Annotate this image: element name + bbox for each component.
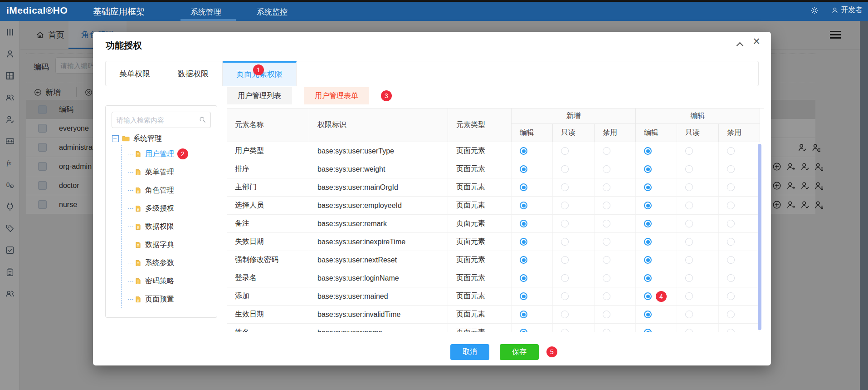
radio-edit-readonly[interactable] <box>685 329 693 332</box>
radio-edit-readonly[interactable] <box>685 256 693 264</box>
radio-add-disabled[interactable] <box>603 165 610 173</box>
permission-row: 生效日期 base:sys:user:invalidTime 页面元素 <box>227 306 760 324</box>
radio-edit-readonly[interactable] <box>685 292 693 300</box>
radio-add-readonly[interactable] <box>561 220 569 227</box>
radio-edit-disabled[interactable] <box>727 292 735 300</box>
element-type: 页面元素 <box>448 287 512 305</box>
tree-item-role-management[interactable]: 角色管理 <box>128 181 188 199</box>
radio-edit-readonly[interactable] <box>685 183 693 191</box>
radio-edit-edit[interactable] <box>644 147 652 155</box>
radio-edit-readonly[interactable] <box>685 238 693 246</box>
radio-add-readonly[interactable] <box>561 147 569 155</box>
radio-edit-disabled[interactable] <box>727 256 735 264</box>
radio-add-edit[interactable] <box>520 329 527 332</box>
radio-add-readonly[interactable] <box>561 329 569 332</box>
tree-root-node[interactable]: 系统管理 <box>112 134 162 143</box>
collapse-chevron-icon[interactable] <box>737 42 743 48</box>
radio-add-disabled[interactable] <box>603 183 610 191</box>
cancel-button[interactable]: 取消 <box>450 344 489 360</box>
tree-item-menu-management[interactable]: 菜单管理 <box>128 163 188 181</box>
close-icon[interactable]: × <box>753 35 760 48</box>
radio-edit-disabled[interactable] <box>727 202 735 209</box>
radio-add-edit[interactable] <box>520 292 527 300</box>
radio-edit-disabled[interactable] <box>727 165 735 173</box>
radio-edit-edit[interactable] <box>644 238 652 246</box>
radio-edit-disabled[interactable] <box>727 311 735 318</box>
radio-add-disabled[interactable] <box>603 274 610 282</box>
tree-collapse-toggle-icon[interactable] <box>112 135 119 142</box>
radio-edit-disabled[interactable] <box>727 329 735 332</box>
annotation-badge-4: 4 <box>656 291 667 302</box>
user-menu[interactable]: 开发者 <box>831 5 863 15</box>
radio-edit-disabled[interactable] <box>727 183 735 191</box>
radio-edit-readonly[interactable] <box>685 220 693 227</box>
top-black-strip <box>0 0 868 2</box>
tree-item-page-preset[interactable]: 页面预置 <box>128 290 188 308</box>
tree-item-password-policy[interactable]: 密码策略 <box>128 272 188 290</box>
radio-edit-readonly[interactable] <box>685 165 693 173</box>
radio-edit-edit[interactable] <box>644 256 652 264</box>
permission-row: 选择人员 base:sys:user:employeeId 页面元素 <box>227 197 760 215</box>
tree-item-system-parameters[interactable]: 系统参数 <box>128 254 188 272</box>
radio-add-readonly[interactable] <box>561 274 569 282</box>
radio-edit-readonly[interactable] <box>685 147 693 155</box>
nav-item-system-monitor[interactable]: 系统监控 <box>257 7 288 17</box>
radio-add-readonly[interactable] <box>561 238 569 246</box>
subcol-add-edit: 编辑 <box>512 124 553 142</box>
radio-edit-readonly[interactable] <box>685 202 693 209</box>
radio-edit-edit[interactable] <box>644 311 652 318</box>
element-type: 页面元素 <box>448 324 512 332</box>
radio-add-readonly[interactable] <box>561 256 569 264</box>
table-vertical-scrollbar[interactable] <box>758 144 761 330</box>
radio-edit-disabled[interactable] <box>727 274 735 282</box>
subtab-user-form[interactable]: 用户管理表单 <box>304 87 369 104</box>
radio-add-disabled[interactable] <box>603 292 610 300</box>
radio-add-readonly[interactable] <box>561 292 569 300</box>
radio-edit-edit[interactable] <box>644 292 652 300</box>
tree-search-input[interactable] <box>112 112 211 128</box>
radio-add-readonly[interactable] <box>561 165 569 173</box>
radio-add-readonly[interactable] <box>561 202 569 209</box>
subtab-user-list[interactable]: 用户管理列表 <box>227 87 292 104</box>
radio-add-edit[interactable] <box>520 220 527 227</box>
radio-edit-readonly[interactable] <box>685 311 693 318</box>
radio-edit-edit[interactable] <box>644 274 652 282</box>
radio-add-readonly[interactable] <box>561 311 569 318</box>
tree-item-user-management[interactable]: 用户管理 2 <box>128 145 188 163</box>
radio-edit-disabled[interactable] <box>727 147 735 155</box>
radio-add-edit[interactable] <box>520 311 527 318</box>
radio-edit-edit[interactable] <box>644 202 652 209</box>
radio-edit-disabled[interactable] <box>727 238 735 246</box>
radio-add-edit[interactable] <box>520 202 527 209</box>
radio-add-edit[interactable] <box>520 147 527 155</box>
radio-edit-readonly[interactable] <box>685 274 693 282</box>
radio-add-edit[interactable] <box>520 274 527 282</box>
radio-edit-disabled[interactable] <box>727 220 735 227</box>
radio-add-disabled[interactable] <box>603 220 610 227</box>
tree-item-data-dictionary[interactable]: 数据字典 <box>128 236 188 254</box>
radio-add-disabled[interactable] <box>603 256 610 264</box>
radio-add-disabled[interactable] <box>603 202 610 209</box>
radio-add-edit[interactable] <box>520 165 527 173</box>
settings-gear-icon[interactable] <box>810 6 819 15</box>
radio-add-disabled[interactable] <box>603 311 610 318</box>
radio-add-disabled[interactable] <box>603 238 610 246</box>
tree-item-data-permission[interactable]: 数据权限 <box>128 217 188 236</box>
radio-add-disabled[interactable] <box>603 147 610 155</box>
nav-item-system-management[interactable]: 系统管理 <box>190 7 221 17</box>
element-type: 页面元素 <box>448 251 512 269</box>
radio-edit-edit[interactable] <box>644 329 652 332</box>
radio-add-edit[interactable] <box>520 238 527 246</box>
radio-add-disabled[interactable] <box>603 329 610 332</box>
radio-add-readonly[interactable] <box>561 183 569 191</box>
tab-data-permission[interactable]: 数据权限 <box>164 61 223 86</box>
tree-item-multilevel-auth[interactable]: 多级授权 <box>128 199 188 217</box>
radio-add-edit[interactable] <box>520 183 527 191</box>
radio-edit-edit[interactable] <box>644 183 652 191</box>
radio-edit-edit[interactable] <box>644 220 652 227</box>
radio-add-edit[interactable] <box>520 256 527 264</box>
radio-edit-edit[interactable] <box>644 165 652 173</box>
save-button[interactable]: 保存 <box>500 344 539 360</box>
tab-menu-permission[interactable]: 菜单权限 <box>106 61 164 86</box>
element-name: 选择人员 <box>227 197 309 214</box>
